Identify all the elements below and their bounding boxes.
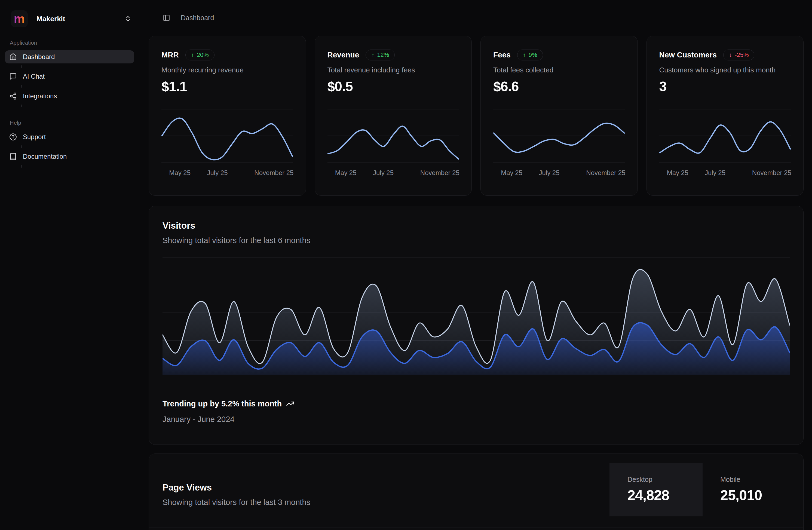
sparkline-chart: May 25 July 25 November 25 (659, 108, 791, 177)
sparkline-chart: May 25 July 25 November 25 (161, 108, 293, 177)
nav-divider (21, 165, 21, 168)
x-axis-tick: May 25 (169, 169, 190, 177)
trend-badge: ↑ 9% (517, 49, 543, 60)
visitors-card: Visitors Showing total visitors for the … (149, 206, 803, 445)
x-axis-tick: November 25 (420, 169, 460, 177)
sidebar-item-support[interactable]: Support (5, 130, 134, 143)
visitors-subtitle: Showing total visitors for the last 6 mo… (162, 235, 790, 245)
home-icon (9, 53, 17, 61)
stat-subtitle: Monthly recurring revenue (161, 65, 293, 75)
visitors-trend-text: Trending up by 5.2% this month (162, 399, 282, 409)
breadcrumb: Dashboard (181, 14, 214, 22)
x-axis-tick: July 25 (207, 169, 228, 177)
visitors-title: Visitors (162, 220, 790, 232)
trend-badge: ↑ 12% (366, 49, 395, 60)
stat-value: $0.5 (328, 80, 459, 94)
page-views-title: Page Views (162, 482, 310, 493)
sidebar-item-label: Integrations (23, 92, 57, 100)
sidebar: m Makerkit Application Dashboard AI Chat… (0, 0, 140, 530)
workspace-switcher[interactable]: m Makerkit (5, 10, 134, 27)
page-views-card: Page Views Showing total visitors for th… (149, 454, 803, 530)
sidebar-item-label: Documentation (23, 153, 67, 160)
sidebar-item-label: Support (23, 133, 46, 141)
sidebar-item-dashboard[interactable]: Dashboard (5, 51, 134, 63)
sidebar-item-integrations[interactable]: Integrations (5, 89, 134, 103)
help-circle-icon (9, 133, 17, 141)
mobile-label: Mobile (720, 475, 793, 484)
sidebar-item-documentation[interactable]: Documentation (5, 150, 134, 163)
stat-card-fees: Fees ↑ 9% Total fees collected $6.6 May … (480, 35, 638, 196)
makerkit-logo: m (11, 10, 28, 27)
visitors-area-chart (162, 255, 790, 375)
visitors-period: January - June 2024 (162, 414, 790, 424)
sidebar-section-help: Help (10, 120, 134, 126)
desktop-label: Desktop (627, 475, 702, 484)
share-icon (9, 92, 17, 100)
chevrons-up-down-icon (125, 15, 131, 22)
trend-badge: ↓ -25% (723, 49, 754, 60)
arrow-down-icon: ↓ (729, 52, 732, 58)
trending-up-icon (286, 400, 294, 408)
x-axis-tick: July 25 (539, 169, 560, 177)
stat-title: New Customers (659, 51, 717, 59)
stat-card-revenue: Revenue ↑ 12% Total revenue including fe… (315, 35, 472, 196)
stat-title: MRR (161, 51, 179, 59)
stat-card-mrr: MRR ↑ 20% Monthly recurring revenue $1.1… (149, 35, 306, 196)
arrow-up-icon: ↑ (191, 52, 194, 58)
stat-value: 3 (659, 80, 791, 94)
sidebar-section-application: Application (10, 40, 134, 46)
nav-divider (21, 65, 21, 68)
chat-icon (9, 73, 17, 80)
main-content: Dashboard MRR ↑ 20% Monthly recurring re… (140, 0, 812, 530)
mobile-toggle[interactable]: Mobile 25,010 (702, 463, 793, 516)
stat-value: $1.1 (161, 80, 293, 94)
sidebar-toggle-button[interactable] (163, 14, 170, 22)
x-axis-tick: July 25 (373, 169, 394, 177)
arrow-up-icon: ↑ (523, 52, 526, 58)
book-icon (9, 153, 17, 160)
x-axis-tick: November 25 (586, 169, 625, 177)
x-axis-tick: November 25 (254, 169, 293, 177)
page-views-subtitle: Showing total visitors for the last 3 mo… (162, 497, 310, 507)
nav-divider (21, 85, 21, 88)
mobile-value: 25,010 (720, 487, 793, 503)
desktop-value: 24,828 (627, 487, 702, 503)
stat-value: $6.6 (493, 80, 625, 94)
sidebar-item-ai-chat[interactable]: AI Chat (5, 70, 134, 83)
sparkline-chart: May 25 July 25 November 25 (493, 108, 625, 177)
nav-divider (21, 104, 21, 107)
stat-subtitle: Customers who signed up this month (659, 65, 791, 75)
page-views-toggles: Desktop 24,828 Mobile 25,010 (609, 463, 793, 516)
brand-name: Makerkit (37, 15, 116, 23)
stat-title: Fees (493, 51, 511, 59)
sparkline-chart: May 25 July 25 November 25 (328, 108, 459, 177)
x-axis-tick: May 25 (501, 169, 522, 177)
x-axis-tick: November 25 (752, 169, 791, 177)
stat-title: Revenue (328, 51, 359, 59)
arrow-up-icon: ↑ (371, 52, 374, 58)
x-axis-tick: July 25 (705, 169, 725, 177)
sidebar-item-label: AI Chat (23, 73, 45, 80)
desktop-toggle[interactable]: Desktop 24,828 (609, 463, 702, 516)
trend-badge: ↑ 20% (185, 49, 215, 60)
sidebar-item-label: Dashboard (23, 53, 55, 61)
stat-subtitle: Total fees collected (493, 65, 625, 75)
x-axis-tick: May 25 (667, 169, 688, 177)
x-axis-tick: May 25 (335, 169, 357, 177)
stat-subtitle: Total revenue including fees (328, 65, 459, 75)
stat-card-new-customers: New Customers ↓ -25% Customers who signe… (647, 35, 804, 196)
topbar: Dashboard (149, 0, 803, 35)
stat-cards-row: MRR ↑ 20% Monthly recurring revenue $1.1… (149, 35, 803, 196)
nav-divider (21, 145, 21, 148)
